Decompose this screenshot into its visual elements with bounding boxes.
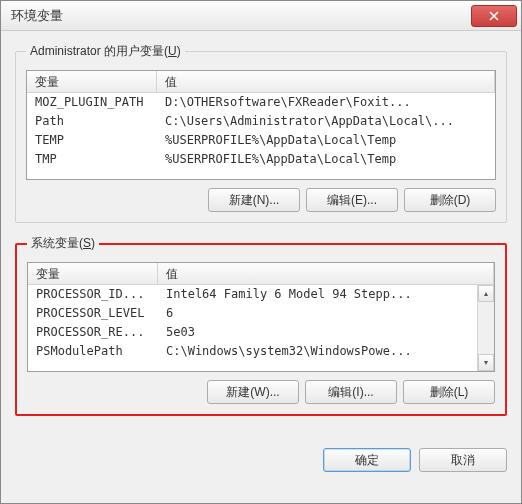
- sys-delete-button[interactable]: 删除(L): [403, 380, 495, 404]
- cell-var: TMP: [27, 150, 157, 169]
- cell-val: %USERPROFILE%\AppData\Local\Temp: [157, 150, 495, 169]
- table-row[interactable]: TEMP%USERPROFILE%\AppData\Local\Temp: [27, 131, 495, 150]
- table-row[interactable]: TMP%USERPROFILE%\AppData\Local\Temp: [27, 150, 495, 169]
- cell-val: 6: [158, 304, 494, 323]
- table-row[interactable]: PathC:\Users\Administrator\AppData\Local…: [27, 112, 495, 131]
- table-row[interactable]: PROCESSOR_LEVEL6: [28, 304, 494, 323]
- user-vars-group: Administrator 的用户变量(U) 变量 值 MOZ_PLUGIN_P…: [15, 43, 507, 223]
- scroll-down-button[interactable]: ▾: [478, 354, 494, 371]
- cancel-button[interactable]: 取消: [419, 448, 507, 472]
- table-row[interactable]: PROCESSOR_RE...5e03: [28, 323, 494, 342]
- list-header: 变量 值: [28, 263, 494, 285]
- scrollbar[interactable]: ▴ ▾: [477, 285, 494, 371]
- scroll-track[interactable]: [478, 302, 494, 354]
- cell-val: 5e03: [158, 323, 494, 342]
- cell-var: PROCESSOR_ID...: [28, 285, 158, 304]
- user-vars-list[interactable]: 变量 值 MOZ_PLUGIN_PATHD:\OTHERsoftware\FXR…: [26, 70, 496, 180]
- user-button-row: 新建(N)... 编辑(E)... 删除(D): [26, 188, 496, 212]
- cell-val: %USERPROFILE%\AppData\Local\Temp: [157, 131, 495, 150]
- user-new-button[interactable]: 新建(N)...: [208, 188, 300, 212]
- cell-var: PSModulePath: [28, 342, 158, 361]
- sys-new-button[interactable]: 新建(W)...: [207, 380, 299, 404]
- user-delete-button[interactable]: 删除(D): [404, 188, 496, 212]
- list-header: 变量 值: [27, 71, 495, 93]
- cell-var: TEMP: [27, 131, 157, 150]
- cell-var: PROCESSOR_LEVEL: [28, 304, 158, 323]
- col-header-val[interactable]: 值: [158, 263, 494, 284]
- table-row[interactable]: PROCESSOR_ID...Intel64 Family 6 Model 94…: [28, 285, 494, 304]
- cell-val: D:\OTHERsoftware\FXReader\Foxit...: [157, 93, 495, 112]
- close-button[interactable]: [471, 5, 517, 27]
- cell-val: Intel64 Family 6 Model 94 Stepp...: [158, 285, 494, 304]
- col-header-var[interactable]: 变量: [27, 71, 157, 92]
- sys-edit-button[interactable]: 编辑(I)...: [305, 380, 397, 404]
- system-vars-group: 系统变量(S) 变量 值 PROCESSOR_ID...Intel64 Fami…: [15, 235, 507, 416]
- dialog-footer: 确定 取消: [1, 438, 521, 472]
- col-header-val[interactable]: 值: [157, 71, 495, 92]
- dialog-content: Administrator 的用户变量(U) 变量 值 MOZ_PLUGIN_P…: [1, 31, 521, 438]
- system-vars-list[interactable]: 变量 值 PROCESSOR_ID...Intel64 Family 6 Mod…: [27, 262, 495, 372]
- system-vars-legend: 系统变量(S): [27, 235, 99, 252]
- close-icon: [489, 11, 499, 21]
- env-vars-dialog: 环境变量 Administrator 的用户变量(U) 变量 值 MOZ_PLU…: [0, 0, 522, 504]
- titlebar[interactable]: 环境变量: [1, 1, 521, 31]
- cell-var: MOZ_PLUGIN_PATH: [27, 93, 157, 112]
- col-header-var[interactable]: 变量: [28, 263, 158, 284]
- sys-button-row: 新建(W)... 编辑(I)... 删除(L): [27, 380, 495, 404]
- table-row[interactable]: PSModulePathC:\Windows\system32\WindowsP…: [28, 342, 494, 361]
- cell-val: C:\Windows\system32\WindowsPowe...: [158, 342, 494, 361]
- user-edit-button[interactable]: 编辑(E)...: [306, 188, 398, 212]
- ok-button[interactable]: 确定: [323, 448, 411, 472]
- cell-var: PROCESSOR_RE...: [28, 323, 158, 342]
- cell-val: C:\Users\Administrator\AppData\Local\...: [157, 112, 495, 131]
- table-row[interactable]: MOZ_PLUGIN_PATHD:\OTHERsoftware\FXReader…: [27, 93, 495, 112]
- scroll-up-button[interactable]: ▴: [478, 285, 494, 302]
- cell-var: Path: [27, 112, 157, 131]
- user-vars-legend: Administrator 的用户变量(U): [26, 43, 185, 60]
- window-title: 环境变量: [11, 7, 471, 25]
